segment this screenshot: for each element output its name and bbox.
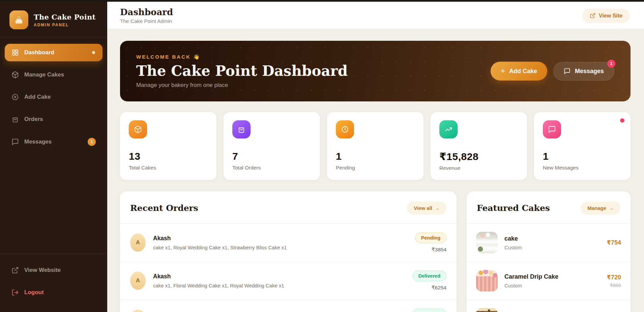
cake-price: ₹720	[607, 274, 621, 281]
active-indicator-dot	[92, 51, 95, 54]
messages-label: Messages	[575, 68, 604, 75]
order-items: cake x1, Royal Wedding Cake x1, Strawber…	[153, 245, 287, 250]
order-info: Akash cake x1, Royal Wedding Cake x1, St…	[153, 235, 287, 250]
order-meta: Delivered ₹3300	[412, 309, 446, 312]
arrow-right-icon: →	[435, 205, 440, 211]
sidebar-item-messages[interactable]: Messages 1	[5, 133, 103, 151]
cake-price: ₹754	[607, 239, 621, 246]
cake-category: Custom	[504, 245, 522, 250]
sidebar-item-label: Orders	[24, 116, 43, 123]
sidebar-item-orders[interactable]: Orders	[5, 111, 103, 128]
stat-label: Total Cakes	[129, 165, 208, 171]
avatar: U	[130, 310, 146, 312]
stats-row: 13 Total Cakes 7 Total Orders 1 Pending	[120, 112, 631, 180]
order-meta: Pending ₹3854	[415, 232, 446, 253]
sidebar-item-dashboard[interactable]: Dashboard	[5, 44, 103, 61]
cake-thumbnail	[476, 270, 498, 291]
page-subtitle: The Cake Point Admin	[120, 18, 173, 24]
stat-card-total-orders: 7 Total Orders	[224, 112, 320, 180]
stat-value: ₹15,828	[439, 151, 518, 162]
sidebar-item-view-website[interactable]: View Website	[5, 261, 103, 279]
cake-list-item[interactable]: Caramel Drip Cake Custom ₹720 ₹850	[467, 262, 631, 300]
main-area: Dashboard The Cake Point Admin View Site…	[107, 2, 644, 312]
sidebar-item-manage-cakes[interactable]: Manage Cakes	[5, 66, 103, 84]
order-row[interactable]: A Akash cake x1, Floral Wedding Cake x1,…	[120, 262, 457, 300]
welcome-subtitle: Manage your bakery from one place	[136, 82, 348, 89]
sidebar-footer: View Website Logout	[0, 254, 107, 312]
app-subtitle: ADMIN PANEL	[34, 23, 96, 27]
sidebar-item-label: Manage Cakes	[24, 71, 64, 78]
manage-button[interactable]: Manage →	[581, 201, 620, 215]
logo-block: The Cake Point ADMIN PANEL	[0, 2, 107, 38]
featured-cakes-title: Featured Cakes	[477, 203, 550, 213]
cake-list-item[interactable]: Mango Delight Cake Birthday ₹680	[467, 300, 631, 312]
sidebar-item-add-cake[interactable]: Add Cake	[5, 88, 103, 106]
order-price: ₹6254	[412, 285, 446, 291]
app-root: The Cake Point ADMIN PANEL Dashboard Man…	[0, 2, 644, 312]
external-link-icon	[11, 267, 19, 274]
box-icon	[129, 120, 147, 138]
page-heading: Dashboard The Cake Point Admin	[120, 7, 173, 24]
cake-name: Caramel Drip Cake	[504, 273, 558, 280]
plus-circle-icon	[11, 93, 19, 101]
sidebar-item-logout[interactable]: Logout	[5, 284, 103, 301]
stat-card-pending: 1 Pending	[327, 112, 423, 180]
messages-count-badge: 1	[607, 60, 615, 68]
chat-icon	[11, 138, 19, 146]
cake-old-price: ₹850	[607, 283, 621, 288]
stat-value: 13	[129, 151, 208, 162]
stat-value: 1	[336, 151, 415, 162]
messages-button[interactable]: Messages 1	[553, 62, 614, 81]
external-link-icon	[590, 13, 595, 19]
view-site-label: View Site	[599, 13, 622, 19]
topbar: Dashboard The Cake Point Admin View Site	[107, 2, 644, 29]
stat-label: Revenue	[439, 165, 518, 171]
package-icon	[11, 71, 19, 79]
recent-orders-title: Recent Orders	[130, 203, 198, 213]
cake-pricing: ₹720 ₹850	[607, 274, 621, 288]
order-items: cake x1, Floral Wedding Cake x1, Royal W…	[153, 283, 284, 288]
chat-icon	[564, 68, 570, 74]
order-row[interactable]: A Akash cake x1, Royal Wedding Cake x1, …	[120, 224, 457, 262]
shopping-bag-icon	[11, 116, 19, 123]
order-price: ₹3854	[415, 247, 446, 253]
add-cake-button[interactable]: + Add Cake	[491, 62, 547, 81]
view-all-label: View all	[414, 205, 432, 211]
welcome-eyebrow: WELCOME BACK 👋	[136, 54, 348, 60]
stat-card-new-messages: 1 New Messages	[534, 112, 631, 180]
cake-name: cake	[504, 235, 522, 242]
stat-value: 1	[543, 151, 622, 162]
customer-name: Akash	[153, 273, 284, 280]
featured-cakes-panel: Featured Cakes Manage → cake Custom	[467, 191, 631, 312]
cake-list-item[interactable]: cake Custom ₹754	[467, 224, 631, 262]
cake-thumbnail	[476, 308, 498, 312]
sidebar-item-label: Logout	[24, 289, 44, 296]
view-all-button[interactable]: View all →	[407, 201, 446, 215]
stat-label: Pending	[336, 165, 415, 171]
stat-card-revenue: ₹15,828 Revenue	[431, 112, 527, 180]
stat-label: New Messages	[543, 165, 622, 171]
welcome-title: The Cake Point Dashboard	[136, 63, 348, 79]
cake-pricing: ₹754	[607, 239, 621, 246]
stat-value: 7	[232, 151, 311, 162]
trending-up-icon	[439, 120, 458, 138]
sidebar-nav: Dashboard Manage Cakes Add Cake Orders M…	[0, 38, 107, 156]
hero-actions: + Add Cake Messages 1	[491, 62, 614, 81]
view-site-button[interactable]: View Site	[582, 9, 630, 23]
arrow-right-icon: →	[609, 205, 614, 211]
cake-info: Caramel Drip Cake Custom	[504, 273, 558, 288]
logout-icon	[11, 289, 19, 296]
avatar: A	[130, 272, 146, 290]
sidebar-item-label: Dashboard	[24, 49, 54, 56]
page-title: Dashboard	[120, 7, 173, 17]
add-cake-label: Add Cake	[509, 68, 537, 75]
cake-thumbnail	[476, 232, 498, 253]
shopping-bag-icon	[232, 120, 251, 138]
plus-icon: +	[501, 67, 505, 75]
cake-category: Custom	[504, 283, 558, 288]
order-row[interactable]: U users Royal Wedding Cake x1, Rainbow B…	[120, 300, 457, 312]
app-title: The Cake Point	[34, 13, 96, 21]
cake-info: cake Custom	[504, 235, 522, 250]
chat-icon	[543, 120, 561, 138]
sidebar-item-label: View Website	[24, 267, 61, 274]
